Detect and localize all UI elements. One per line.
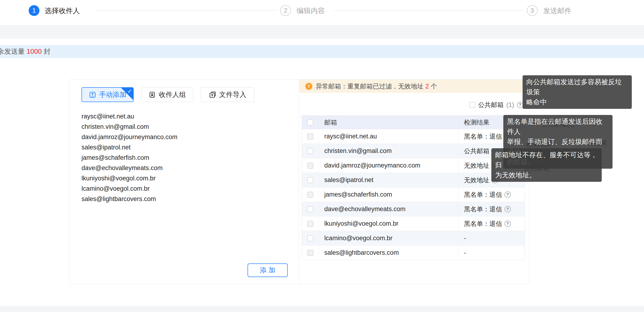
result-text: 黑名单：退信 — [464, 205, 502, 214]
result-text: 无效地址 — [464, 161, 490, 170]
row-result: - — [458, 246, 525, 260]
recipient-line: dave@echovalleymeats.com — [82, 163, 288, 173]
public-mailbox-filter: 公共邮箱(1) ? — [469, 101, 523, 109]
row-checkbox[interactable] — [307, 177, 313, 183]
result-text: - — [464, 249, 466, 256]
result-text: 黑名单：退信 — [464, 220, 502, 228]
public-mailbox-checkbox[interactable] — [469, 102, 475, 108]
toolbar-band — [0, 25, 644, 38]
row-checkbox[interactable] — [307, 206, 313, 212]
page: 1 选择收件人 2 编辑内容 3 发送邮件 剩余发送量1000封 手动添加 ✓ — [0, 0, 644, 312]
result-text: - — [464, 235, 466, 242]
recipient-line: james@schaferfish.com — [82, 152, 288, 163]
row-email: james@schaferfish.com — [318, 187, 458, 202]
row-checkbox[interactable] — [307, 221, 313, 227]
result-text: 公共邮箱 — [464, 147, 490, 155]
help-icon[interactable]: ? — [504, 206, 511, 212]
abnormal-mailbox-alert: ! 异常邮箱：重复邮箱已过滤，无效地址2个 — [299, 79, 529, 93]
row-email: lcamino@voegol.com.br — [318, 231, 458, 245]
row-result: 黑名单：退信? — [458, 217, 525, 231]
quota-unit: 封 — [44, 48, 50, 55]
tooltip-line: 黑名单是指在云邮通发送后因收件人 — [507, 117, 609, 137]
help-icon[interactable]: ? — [504, 221, 511, 227]
step-2-number: 2 — [284, 7, 287, 14]
tooltip-line: 邮箱地址不存在、服务不可达等，归 — [495, 150, 598, 170]
row-checkbox[interactable] — [307, 133, 313, 140]
step-2-circle: 2 — [280, 5, 291, 16]
tab-file-import-label: 文件导入 — [219, 90, 246, 99]
table-row: sales@lightbarcovers.com - — [302, 245, 525, 260]
recipient-input-pane: 手动添加 ✓ 收件人组 文件导入 — [69, 79, 299, 284]
row-email: raysc@iinet.net.au — [318, 129, 458, 144]
recipient-line: christen.vin@gmail.com — [82, 121, 288, 132]
tab-recipient-group-label: 收件人组 — [159, 90, 186, 99]
tooltip-public-mailbox: 向公共邮箱发送过多容易被反垃圾策 略命中 — [522, 75, 632, 109]
public-mailbox-label: 公共邮箱 — [478, 101, 504, 109]
tooltip-invalid-address: 邮箱地址不存在、服务不可达等，归 为无效地址。 — [491, 148, 602, 182]
row-email: sales@lightbarcovers.com — [318, 246, 458, 260]
table-row: james@schaferfish.com 黑名单：退信? — [302, 187, 525, 202]
recipient-panel: 手动添加 ✓ 收件人组 文件导入 — [69, 79, 529, 284]
row-checkbox[interactable] — [307, 148, 313, 154]
quota-banner: 剩余发送量1000封 — [0, 45, 644, 58]
recipient-line: lcamino@voegol.com.br — [82, 183, 288, 194]
warning-icon: ! — [305, 83, 312, 90]
recipient-input-area[interactable]: raysc@iinet.net.au christen.vin@gmail.co… — [82, 111, 288, 204]
add-button[interactable]: 添 加 — [248, 264, 288, 277]
row-email: sales@ipatrol.net — [318, 173, 458, 187]
row-result: 黑名单：退信? — [458, 187, 525, 202]
alert-text: 异常邮箱：重复邮箱已过滤，无效地址2个 — [316, 82, 437, 90]
table-row: dave@echovalleymeats.com 黑名单：退信? — [302, 202, 525, 216]
row-email: lkuniyoshi@voegol.com.br — [318, 217, 458, 231]
check-result-pane: ! 异常邮箱：重复邮箱已过滤，无效地址2个 公共邮箱(1) ? 邮箱 检测结果 … — [299, 79, 529, 284]
step-connector — [334, 10, 524, 11]
step-connector — [94, 10, 277, 11]
row-checkbox[interactable] — [307, 235, 313, 241]
step-3-number: 3 — [530, 7, 534, 14]
row-email: david.jamroz@journeymanco.com — [318, 158, 458, 173]
step-2-label: 编辑内容 — [297, 6, 325, 15]
public-mailbox-count: (1) — [506, 101, 514, 109]
help-icon[interactable]: ? — [504, 191, 511, 198]
row-result: 黑名单：退信? — [458, 202, 525, 216]
check-result-table: 邮箱 检测结果 raysc@iinet.net.au 黑名单：退信? chris… — [302, 115, 525, 260]
recipient-line: raysc@iinet.net.au — [82, 111, 288, 121]
recipient-group-icon — [148, 91, 156, 98]
tab-recipient-group[interactable]: 收件人组 — [141, 87, 193, 102]
select-all-checkbox[interactable] — [307, 119, 313, 125]
recipient-line: david.jamroz@journeymanco.com — [82, 132, 288, 142]
row-checkbox[interactable] — [307, 250, 313, 256]
alert-suffix: 个 — [431, 83, 437, 90]
tab-file-import[interactable]: 文件导入 — [201, 87, 254, 102]
manual-add-icon — [89, 91, 96, 98]
tab-selected-check-icon: ✓ — [127, 88, 132, 94]
table-row: raysc@iinet.net.au 黑名单：退信? — [302, 129, 525, 144]
result-text: 黑名单：退信 — [464, 132, 502, 141]
alert-count: 2 — [425, 83, 429, 90]
quota-prefix: 剩余发送量 — [0, 48, 25, 55]
step-1-circle: 1 — [29, 5, 40, 16]
row-checkbox[interactable] — [307, 192, 313, 198]
quota-text: 剩余发送量1000封 — [0, 45, 50, 58]
row-result: - — [458, 231, 525, 245]
tab-manual-add[interactable]: 手动添加 ✓ — [82, 87, 134, 102]
table-row: lcamino@voegol.com.br - — [302, 231, 525, 245]
recipient-line: lkuniyoshi@voegol.com.br — [82, 173, 288, 183]
step-3-label: 发送邮件 — [543, 6, 572, 15]
table-header: 邮箱 检测结果 — [302, 116, 525, 129]
step-wizard: 1 选择收件人 2 编辑内容 3 发送邮件 — [0, 0, 644, 25]
step-1-label: 选择收件人 — [44, 6, 80, 15]
step-1-number: 1 — [32, 7, 36, 14]
tooltip-line: 略命中 — [526, 97, 628, 107]
quota-amount: 1000 — [26, 48, 42, 55]
result-text: 黑名单：退信 — [464, 191, 502, 199]
alert-prefix: 异常邮箱：重复邮箱已过滤，无效地址 — [316, 83, 424, 90]
row-email: christen.vin@gmail.com — [318, 144, 458, 158]
tooltip-line: 为无效地址。 — [495, 170, 598, 180]
row-checkbox[interactable] — [307, 163, 313, 169]
help-icon[interactable]: ? — [517, 102, 523, 108]
tooltip-line: 向公共邮箱发送过多容易被反垃圾策 — [526, 77, 628, 97]
recipient-line: sales@ipatrol.net — [82, 142, 288, 152]
recipient-line: sales@lightbarcovers.com — [82, 194, 288, 204]
row-email: dave@echovalleymeats.com — [318, 202, 458, 216]
